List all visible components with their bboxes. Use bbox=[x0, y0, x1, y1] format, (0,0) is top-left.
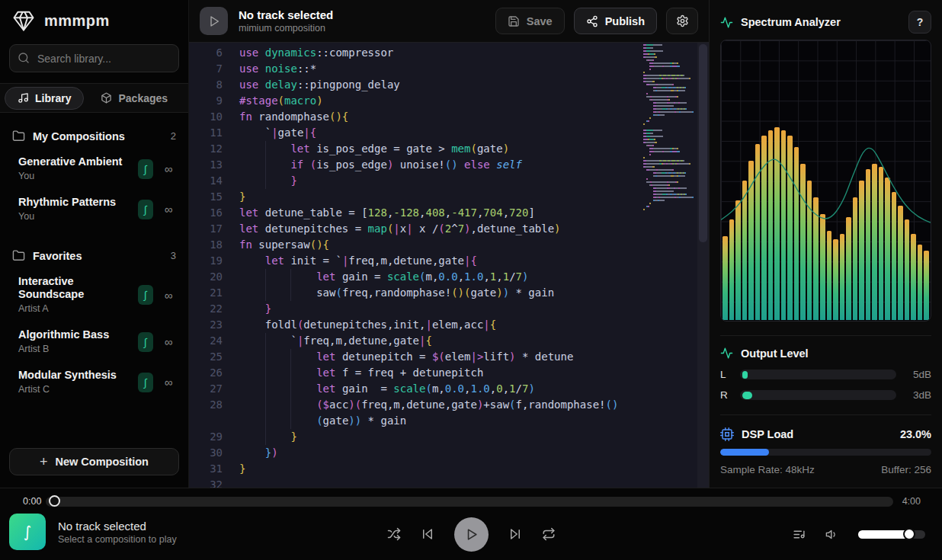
indent-guide bbox=[265, 429, 266, 445]
next-button[interactable] bbox=[508, 527, 522, 541]
composition-item[interactable]: Generative AmbientYou∫∞ bbox=[0, 149, 188, 189]
seek-knob[interactable] bbox=[49, 495, 60, 507]
composition-meta: Rhythmic PatternsYou bbox=[18, 196, 138, 222]
line-number: 26 bbox=[189, 365, 223, 381]
code-line[interactable]: 14 } bbox=[189, 173, 709, 189]
shuffle-icon bbox=[387, 527, 401, 541]
code-line[interactable]: 11 `|gate|{ bbox=[189, 125, 709, 141]
indent-guide bbox=[265, 413, 266, 429]
code-line[interactable]: 10fn randomphase(){ bbox=[189, 109, 709, 125]
editor-scrollbar[interactable] bbox=[697, 43, 709, 488]
player-right-controls bbox=[793, 514, 925, 555]
code-line[interactable]: 19 let init = `|freq,m,detune,gate|{ bbox=[189, 253, 709, 269]
composition-item[interactable]: Rhythmic PatternsYou∫∞ bbox=[0, 189, 188, 229]
code-line[interactable]: 16let detune_table = [128,-128,408,-417,… bbox=[189, 205, 709, 221]
code-line[interactable]: 30 }) bbox=[189, 445, 709, 461]
infinity-icon: ∞ bbox=[161, 289, 176, 302]
code-text: } bbox=[239, 173, 297, 189]
skip-forward-icon bbox=[508, 527, 522, 541]
tab-library[interactable]: Library bbox=[5, 87, 84, 110]
settings-button[interactable] bbox=[666, 8, 698, 34]
sidebar-tabs: Library Packages bbox=[0, 83, 188, 113]
composition-item[interactable]: Algorithmic BassArtist B∫∞ bbox=[0, 322, 188, 362]
code-line[interactable]: 29 } bbox=[189, 429, 709, 445]
code-line[interactable]: 7use noise::* bbox=[189, 61, 709, 77]
code-text: }) bbox=[239, 445, 278, 461]
composition-title: Algorithmic Bass bbox=[18, 328, 138, 341]
code-line[interactable]: 20 let gain = scale(m,0.0,1.0,1,1/7) bbox=[189, 269, 709, 285]
code-line[interactable]: 15} bbox=[189, 189, 709, 205]
code-line[interactable]: 32 bbox=[189, 477, 709, 488]
code-line[interactable]: 12 let is_pos_edge = gate > mem(gate) bbox=[189, 141, 709, 157]
indent-guide bbox=[265, 381, 266, 397]
repeat-button[interactable] bbox=[542, 527, 556, 541]
code-text: `|freq,m,detune,gate|{ bbox=[239, 333, 432, 349]
previous-button[interactable] bbox=[421, 527, 434, 541]
code-line[interactable]: 31} bbox=[189, 461, 709, 477]
editor-minimap[interactable] bbox=[643, 44, 695, 215]
infinity-icon: ∞ bbox=[161, 376, 176, 389]
code-line[interactable]: 25 let detunepitch = $(elem|>lift) * det… bbox=[189, 349, 709, 365]
spectrum-title: Spectrum Analyzer bbox=[741, 16, 901, 28]
app-logo-icon bbox=[12, 9, 35, 32]
line-number: 31 bbox=[189, 461, 223, 477]
volume-slider[interactable] bbox=[858, 530, 925, 539]
code-line[interactable]: 21 saw(freq,randomphase!()(gate)) * gain bbox=[189, 285, 709, 301]
code-line[interactable]: (gate)) * gain bbox=[189, 413, 709, 429]
repeat-icon bbox=[542, 527, 556, 541]
code-line[interactable]: 22 } bbox=[189, 301, 709, 317]
composition-meta: Generative AmbientYou bbox=[18, 155, 138, 182]
code-line[interactable]: 26 let f = freq + detunepitch bbox=[189, 365, 709, 381]
code-text: let detunepitch = $(elem|>lift) * detune bbox=[239, 349, 573, 365]
composition-item[interactable]: Modular SynthesisArtist C∫∞ bbox=[0, 362, 188, 402]
buffer-label: Buffer: 256 bbox=[881, 464, 931, 475]
publish-label: Publish bbox=[605, 15, 645, 27]
volume-button[interactable] bbox=[825, 528, 838, 541]
analysis-panel: Spectrum Analyzer ? Output Level L 5dB R… bbox=[709, 0, 942, 488]
preview-play-button[interactable] bbox=[200, 7, 228, 35]
composition-artist: Artist C bbox=[18, 383, 138, 395]
section-count: 3 bbox=[171, 250, 176, 261]
code-line[interactable]: 24 `|freq,m,detune,gate|{ bbox=[189, 333, 709, 349]
indent-guide bbox=[290, 381, 291, 397]
scrollbar-thumb[interactable] bbox=[699, 44, 707, 242]
help-button[interactable]: ? bbox=[908, 11, 931, 34]
line-number: 19 bbox=[189, 253, 223, 269]
meter-row-right: R 3dB bbox=[720, 389, 931, 401]
publish-button[interactable]: Publish bbox=[574, 8, 657, 34]
infinity-icon: ∞ bbox=[161, 162, 176, 175]
section-header[interactable]: My Compositions2 bbox=[0, 120, 188, 149]
code-line[interactable]: 6use dynamics::compressor bbox=[189, 45, 709, 61]
cpu-icon bbox=[720, 427, 734, 441]
save-button[interactable]: Save bbox=[495, 8, 565, 34]
search-input[interactable] bbox=[9, 44, 179, 72]
shuffle-button[interactable] bbox=[387, 527, 401, 541]
volume-knob[interactable] bbox=[903, 528, 915, 540]
play-button[interactable] bbox=[454, 517, 489, 552]
code-line[interactable]: 9#stage(macro) bbox=[189, 93, 709, 109]
section-header[interactable]: Favorites3 bbox=[0, 240, 188, 268]
tab-packages[interactable]: Packages bbox=[88, 88, 180, 109]
line-number bbox=[189, 413, 223, 429]
music-note-icon bbox=[18, 92, 29, 104]
code-line[interactable]: 18fn supersaw(){ bbox=[189, 237, 709, 253]
code-text: } bbox=[239, 301, 271, 317]
code-editor[interactable]: 6use dynamics::compressor7use noise::*8u… bbox=[189, 43, 709, 488]
queue-button[interactable] bbox=[793, 528, 806, 541]
code-line[interactable]: 13 if (is_pos_edge) unoise!() else self bbox=[189, 157, 709, 173]
dsp-load-value: 23.0% bbox=[900, 428, 931, 440]
code-line[interactable]: 27 let gain = scale(m,0.0,1.0,0,1/7) bbox=[189, 381, 709, 397]
code-line[interactable]: 23 foldl(detunepitches,init,|elem,acc|{ bbox=[189, 317, 709, 333]
code-line[interactable]: 8use delay::pingpong_delay bbox=[189, 77, 709, 93]
tab-packages-label: Packages bbox=[118, 92, 168, 104]
code-line[interactable]: 28 ($acc)(freq,m,detune,gate)+saw(f,rand… bbox=[189, 397, 709, 413]
seek-bar[interactable] bbox=[46, 497, 893, 507]
indent-guide bbox=[290, 413, 291, 429]
code-text: ($acc)(freq,m,detune,gate)+saw(f,randomp… bbox=[239, 397, 618, 413]
dsp-header: DSP Load 23.0% bbox=[720, 415, 931, 449]
composition-meta: Modular SynthesisArtist C bbox=[18, 369, 138, 395]
code-line[interactable]: 17let detunepitches = map(|x| x /(2^7),d… bbox=[189, 221, 709, 237]
elapsed-time: 0:00 bbox=[23, 496, 41, 507]
composition-item[interactable]: Interactive SoundscapeArtist A∫∞ bbox=[0, 268, 188, 322]
new-composition-button[interactable]: + New Composition bbox=[9, 448, 179, 475]
